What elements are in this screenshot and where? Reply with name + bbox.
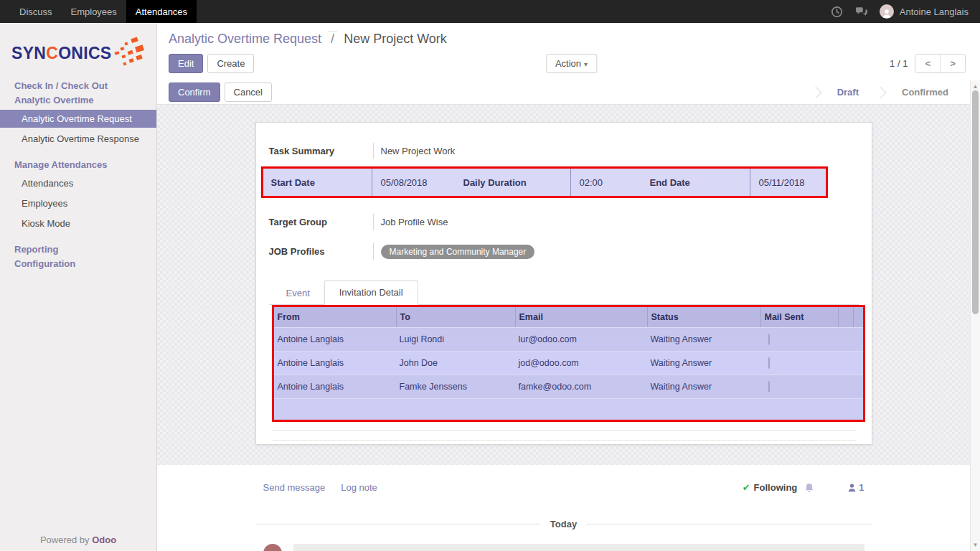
sidebar-item-analytic-overtime-response[interactable]: Analytic Overtime Response	[0, 130, 156, 148]
column-header-mail-sent[interactable]: Mail Sent	[760, 307, 838, 327]
mail-sent-checkbox[interactable]	[768, 334, 770, 345]
breadcrumb-parent[interactable]: Analytic Overtime Request	[169, 32, 321, 46]
column-header-to[interactable]: To	[396, 307, 515, 327]
scroll-down-icon[interactable]: ▼	[971, 542, 980, 548]
nav-header-analytic-overtime: Analytic Overtime	[0, 93, 156, 108]
systray: Antoine Langlais	[831, 0, 980, 23]
chevron-down-icon: ▾	[581, 60, 588, 68]
start-date-label: Start Date	[271, 169, 372, 196]
top-navigation-bar: Discuss Employees Attendances Antoine La…	[0, 0, 980, 23]
send-message-button[interactable]: Send message	[263, 482, 326, 493]
start-date-value: 05/08/2018	[372, 169, 463, 196]
app-menu-discuss[interactable]: Discuss	[10, 0, 62, 23]
company-logo: SYNCONICS	[0, 23, 156, 79]
app-menu-employees[interactable]: Employees	[62, 0, 126, 23]
powered-by: Powered by Odoo	[0, 534, 156, 545]
column-header-email[interactable]: Email	[515, 307, 647, 327]
target-group-value: Job Profile Wise	[374, 217, 448, 227]
confirm-button[interactable]: Confirm	[169, 83, 220, 102]
chatter: Send message Log note ✔ Following 1	[157, 465, 970, 551]
form-sheet: Task Summary New Project Work Start Date…	[255, 122, 872, 445]
message-avatar	[263, 544, 282, 551]
scroll-up-icon[interactable]: ▲	[971, 83, 980, 90]
message-body	[293, 544, 864, 551]
log-note-button[interactable]: Log note	[341, 482, 377, 493]
odoo-brand-link[interactable]: Odoo	[92, 534, 116, 545]
edit-button[interactable]: Edit	[169, 54, 203, 73]
target-group-label: Target Group	[269, 214, 374, 230]
nav-header-configuration: Configuration	[0, 257, 156, 271]
cell-from: Antoine Langlais	[274, 358, 396, 368]
column-header-empty	[853, 307, 863, 327]
sidebar: SYNCONICS Check In / Check Out Analy	[0, 23, 157, 551]
scrollbar-thumb[interactable]	[972, 90, 979, 314]
tab-event[interactable]: Event	[272, 281, 324, 305]
status-state-confirmed[interactable]: Confirmed	[887, 87, 963, 98]
job-profiles-label: JOB Profiles	[269, 243, 374, 260]
tab-invitation-detail[interactable]: Invitation Detail	[324, 280, 418, 305]
table-row[interactable]: Antoine Langlais John Doe jod@odoo.com W…	[274, 351, 863, 375]
cell-status: Waiting Answer	[647, 382, 760, 392]
daily-duration-label: Daily Duration	[463, 169, 571, 196]
following-button[interactable]: Following	[754, 482, 798, 493]
user-menu[interactable]: Antoine Langlais	[880, 4, 969, 19]
today-divider: Today	[255, 519, 872, 529]
logo-text: SYNCONICS	[11, 44, 111, 63]
task-summary-value: New Project Work	[374, 146, 456, 156]
cell-from: Antoine Langlais	[274, 382, 396, 392]
pager-text: 1 / 1	[890, 58, 908, 69]
cell-status: Waiting Answer	[647, 358, 760, 368]
sheet-separator	[272, 440, 856, 441]
task-summary-label: Task Summary	[269, 143, 374, 159]
powered-by-label: Powered by	[40, 534, 90, 545]
table-row[interactable]: Antoine Langlais Famke Jenssens famke@od…	[274, 375, 863, 398]
user-name: Antoine Langlais	[900, 6, 969, 17]
nav-header-manage-attendances: Manage Attendances	[0, 158, 156, 172]
pager-previous-button[interactable]: <	[915, 55, 940, 72]
messages-icon[interactable]	[855, 5, 868, 18]
control-panel: Analytic Overtime Request / New Project …	[157, 23, 980, 80]
activities-clock-icon[interactable]	[831, 5, 844, 18]
invitation-table-body: Antoine Langlais Luigi Rondi lur@odoo.co…	[274, 327, 863, 420]
sidebar-nav: Check In / Check Out Analytic Overtime A…	[0, 79, 156, 271]
column-header-from[interactable]: From	[274, 307, 396, 327]
sidebar-item-employees[interactable]: Employees	[0, 194, 156, 212]
breadcrumb-current: New Project Work	[344, 32, 447, 46]
sidebar-item-analytic-overtime-request[interactable]: Analytic Overtime Request	[0, 110, 156, 128]
cell-status: Waiting Answer	[647, 334, 760, 344]
invitation-table: From To Email Status Mail Sent Antoine L…	[272, 305, 865, 422]
sidebar-item-kiosk-mode[interactable]: Kiosk Mode	[0, 215, 156, 232]
vertical-scrollbar[interactable]: ▲ ▼	[970, 80, 980, 551]
daily-duration-value: 02:00	[571, 169, 650, 196]
follower-count: 1	[859, 482, 864, 493]
cell-to: Famke Jenssens	[396, 382, 515, 392]
create-button[interactable]: Create	[207, 54, 254, 73]
breadcrumb: Analytic Overtime Request / New Project …	[169, 32, 966, 47]
logo-spark-icon	[113, 37, 145, 70]
table-row[interactable]: Antoine Langlais Luigi Rondi lur@odoo.co…	[274, 327, 863, 351]
followers-counter[interactable]: 1	[847, 482, 864, 493]
message-item	[255, 544, 872, 551]
status-state-draft[interactable]: Draft	[823, 87, 873, 98]
column-header-empty	[838, 307, 853, 327]
pager-next-button[interactable]: >	[940, 55, 965, 72]
notebook-tabs: Event Invitation Detail	[269, 278, 859, 305]
mail-sent-checkbox[interactable]	[768, 381, 770, 392]
column-header-status[interactable]: Status	[647, 307, 760, 327]
form-view-background: Task Summary New Project Work Start Date…	[157, 105, 970, 551]
pager: 1 / 1 < >	[890, 54, 966, 73]
sheet-separator	[272, 430, 856, 431]
cell-from: Antoine Langlais	[274, 334, 396, 344]
status-arrow-icon	[809, 86, 821, 98]
cancel-button[interactable]: Cancel	[225, 83, 272, 102]
sidebar-item-attendances[interactable]: Attendances	[0, 174, 156, 192]
statusbar: Confirm Cancel Draft Confirmed	[157, 80, 980, 105]
end-date-value: 05/11/2018	[750, 169, 826, 196]
table-empty-row[interactable]	[274, 398, 863, 420]
follower-person-icon	[847, 483, 857, 492]
nav-header-check-in: Check In / Check Out	[0, 79, 156, 93]
bell-icon[interactable]	[804, 483, 814, 493]
app-menu-attendances[interactable]: Attendances	[126, 0, 197, 23]
mail-sent-checkbox[interactable]	[768, 357, 770, 369]
action-dropdown-button[interactable]: Action▾	[546, 54, 597, 73]
